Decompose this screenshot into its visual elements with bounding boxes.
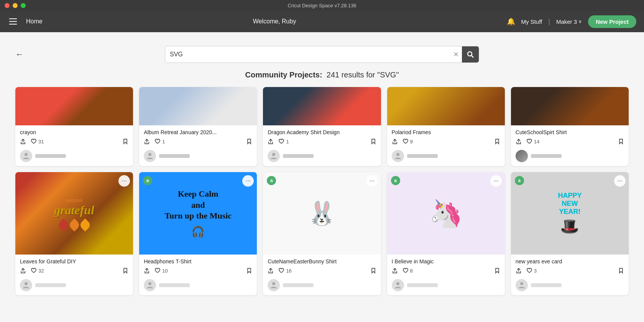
card-title-polaroid: Polariod Frames — [392, 129, 500, 135]
share-button-leaves[interactable] — [20, 268, 26, 274]
home-link[interactable]: Home — [26, 18, 43, 25]
search-input[interactable] — [165, 51, 450, 58]
heart-icon — [278, 138, 284, 145]
minimize-button[interactable] — [13, 3, 18, 8]
like-count-school: 14 — [534, 139, 539, 145]
card-body-crayon: crayon 31 — [15, 125, 133, 148]
like-button-newyear[interactable]: 3 — [526, 268, 537, 274]
heart-icon — [278, 268, 284, 274]
card-actions-newyear: 3 — [516, 268, 624, 274]
bookmark-button-leaves[interactable] — [122, 268, 128, 274]
card-user-unicorn — [387, 277, 505, 295]
card-menu-button-leaves[interactable]: ··· — [118, 175, 130, 187]
card-bunny[interactable]: 🐰 a ··· CuteNameEasterBunny Shirt — [263, 172, 381, 295]
like-count-crayon: 31 — [38, 139, 44, 145]
share-button-album[interactable] — [144, 138, 150, 145]
bookmark-button-dragon[interactable] — [370, 138, 376, 145]
card-dragon[interactable]: Dragon Academy Shirt Design 1 — [263, 87, 381, 166]
card-school[interactable]: CuteSchoolSpirt Shirt 14 — [511, 87, 629, 166]
share-button-newyear[interactable] — [516, 268, 522, 274]
like-button-album[interactable]: 1 — [154, 138, 165, 145]
bookmark-button-unicorn[interactable] — [494, 268, 500, 274]
svg-point-3 — [148, 153, 151, 156]
back-button[interactable]: ← — [15, 49, 24, 59]
title-bar: Cricut Design Space v7.28.136 — [0, 0, 644, 11]
card-menu-button-bunny[interactable]: ··· — [366, 175, 378, 187]
like-count-dragon: 1 — [286, 139, 289, 145]
bookmark-button-bunny[interactable] — [370, 268, 376, 274]
device-label: Maker 3 — [556, 18, 577, 25]
share-icon — [516, 138, 522, 145]
close-button[interactable] — [5, 3, 10, 8]
hamburger-menu[interactable] — [8, 17, 18, 26]
card-album[interactable]: Album Retreat January 2020... 1 — [139, 87, 257, 166]
device-selector[interactable]: Maker 3 ∨ — [556, 18, 582, 25]
share-button-headphones[interactable] — [144, 268, 150, 274]
bookmark-button-newyear[interactable] — [618, 268, 624, 274]
share-button-polaroid[interactable] — [392, 138, 398, 145]
like-button-polaroid[interactable]: 9 — [402, 138, 413, 145]
username-school — [531, 154, 562, 158]
search-bar: ✕ — [165, 46, 479, 63]
new-project-button[interactable]: New Project — [588, 15, 636, 28]
bookmark-button-headphones[interactable] — [246, 268, 252, 274]
search-submit-button[interactable] — [462, 46, 479, 63]
nav-right: 🔔 My Stuff | Maker 3 ∨ New Project — [507, 15, 637, 28]
heart-icon — [154, 268, 161, 274]
like-button-headphones[interactable]: 10 — [154, 268, 168, 274]
card-title-leaves: Leaves for Grateful DIY — [20, 258, 128, 264]
notifications-bell-icon[interactable]: 🔔 — [507, 17, 515, 26]
share-button-school[interactable] — [516, 138, 522, 145]
card-body-school: CuteSchoolSpirt Shirt 14 — [511, 125, 629, 148]
chevron-down-icon: ∨ — [578, 19, 582, 24]
bookmark-icon — [246, 138, 252, 145]
card-unicorn[interactable]: 🦄 a ··· I Believe in Magic — [387, 172, 505, 295]
like-button-dragon[interactable]: 1 — [278, 138, 289, 145]
clear-search-button[interactable]: ✕ — [450, 50, 462, 59]
card-actions-album: 1 — [144, 138, 252, 145]
card-image-school — [511, 87, 629, 125]
share-button-dragon[interactable] — [268, 138, 274, 145]
card-newyear[interactable]: HAPPYNEWYEAR! 🎩 a ··· new years eve card — [511, 172, 629, 295]
card-user-dragon — [263, 148, 381, 166]
share-icon — [144, 268, 150, 274]
bookmark-icon — [370, 268, 376, 274]
card-image-crayon — [15, 87, 133, 125]
bookmark-button-crayon[interactable] — [122, 138, 128, 145]
card-menu-button-newyear[interactable]: ··· — [614, 175, 626, 187]
bookmark-button-school[interactable] — [618, 138, 624, 145]
like-button-leaves[interactable]: 32 — [31, 268, 44, 274]
share-button-bunny[interactable] — [268, 268, 274, 274]
bookmark-button-polaroid[interactable] — [494, 138, 500, 145]
share-button-unicorn[interactable] — [392, 268, 398, 274]
like-button-school[interactable]: 14 — [526, 138, 539, 145]
badge-newyear: a — [515, 176, 524, 185]
like-button-crayon[interactable]: 31 — [31, 138, 44, 145]
share-button-crayon[interactable] — [20, 138, 26, 145]
card-user-crayon — [15, 148, 133, 166]
content-area: ← ✕ Community Projects: 241 results for … — [0, 32, 644, 303]
like-button-unicorn[interactable]: 8 — [402, 268, 413, 274]
card-menu-button-unicorn[interactable]: ··· — [490, 175, 502, 187]
card-polaroid[interactable]: Polariod Frames 9 — [387, 87, 505, 166]
card-actions-crayon: 31 — [20, 138, 128, 145]
bookmark-button-album[interactable] — [246, 138, 252, 145]
svg-point-7 — [148, 282, 151, 285]
heart-icon — [154, 138, 161, 145]
share-icon — [268, 268, 274, 274]
card-image-bunny: 🐰 a ··· — [263, 172, 381, 255]
avatar-bunny — [268, 279, 280, 291]
username-unicorn — [407, 283, 438, 287]
card-crayon[interactable]: crayon 31 — [15, 87, 133, 166]
card-title-headphones: Headphones T-Shirt — [144, 258, 252, 264]
card-leaves[interactable]: autumn grateful ··· Leaves for Grateful … — [15, 172, 133, 295]
card-headphones[interactable]: Keep CalmandTurn up the Music 🎧 a ··· He… — [139, 172, 257, 295]
card-title-school: CuteSchoolSpirt Shirt — [516, 129, 624, 135]
svg-point-6 — [25, 282, 28, 285]
avatar-school — [516, 150, 528, 162]
maximize-button[interactable] — [21, 3, 26, 8]
avatar-crayon — [20, 150, 32, 162]
like-button-bunny[interactable]: 16 — [278, 268, 291, 274]
avatar-headphones — [144, 279, 156, 291]
my-stuff-link[interactable]: My Stuff — [521, 18, 542, 25]
